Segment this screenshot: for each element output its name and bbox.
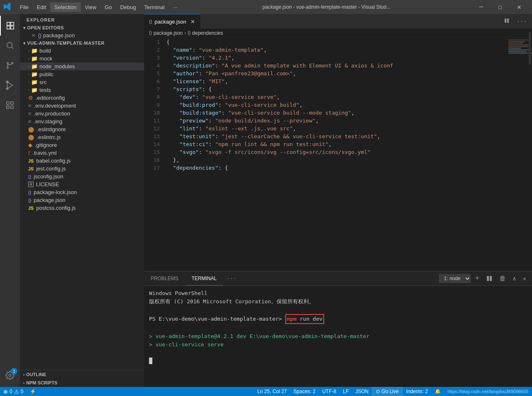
maximize-panel-button[interactable]: ∧ [510,274,518,283]
tab-terminal[interactable]: TERMINAL [185,271,224,286]
outline-section[interactable]: › OUTLINE [20,370,144,379]
folder-node-modules[interactable]: › 📁 node_modules [20,62,144,70]
file-env-production[interactable]: ≡ .env.production [20,110,144,118]
file-env-development[interactable]: ≡ .env.development [20,102,144,110]
line-num-2: 2 [144,46,160,54]
status-sync[interactable]: ⚡ [26,387,39,396]
kill-terminal-button[interactable]: 🗑 [497,274,508,283]
activity-bar: 1 [0,14,20,387]
folder-name: src [39,79,46,85]
line-num-16: 16 [144,156,160,164]
panel-more-button[interactable]: ··· [223,271,239,286]
folder-src[interactable]: › 📁 src [20,78,144,86]
breadcrumb-section[interactable]: dependencies [192,30,223,36]
file-eslintignore[interactable]: ⬤ .eslintignore [20,125,144,133]
menu-terminal[interactable]: Terminal [140,2,169,12]
status-encoding[interactable]: UTF-8 [319,387,339,396]
project-tree: ▾ VUE-ADMIN-TEMPLATE-MASTER › 📁 build › … [20,39,144,370]
menu-file[interactable]: File [16,2,33,12]
breadcrumb-file[interactable]: package.json [154,30,183,36]
terminal-line-2: 版权所有 (C) 2016 Microsoft Corporation。保留所有… [149,298,527,306]
code-line-9: "build:prod": "vue-cli-service build", [166,101,506,109]
folder-build[interactable]: › 📁 build [20,47,144,55]
menu-view[interactable]: View [81,2,101,12]
status-ln-col[interactable]: Ln 25, Col 27 [254,387,290,396]
terminal-selector[interactable]: 1: node [439,274,471,283]
folder-public[interactable]: › 📁 public [20,70,144,78]
file-name: .editorconfig [36,95,65,101]
status-eol[interactable]: LF [339,387,352,396]
file-package-lock[interactable]: {} package-lock.json [20,188,144,196]
warning-count: 0 [21,389,24,394]
project-header[interactable]: ▾ VUE-ADMIN-TEMPLATE-MASTER [20,39,144,47]
folder-name: tests [39,87,51,93]
status-spaces[interactable]: Spaces: 2 [290,387,319,396]
outline-label: OUTLINE [26,372,46,377]
activity-debug[interactable] [0,75,20,95]
open-editors-header[interactable]: ▾ OPEN EDITORS [20,24,144,31]
menu-edit[interactable]: Edit [33,2,50,12]
activity-search[interactable] [0,36,20,55]
file-name: LICENSE [36,181,59,187]
code-line-15: "svgo": "svgo -f src/icons/svg --config=… [166,148,506,156]
folder-tests[interactable]: › 📁 tests [20,86,144,94]
line-num-17: 17 [144,164,160,172]
file-babel-config[interactable]: JS babel.config.js [20,157,144,165]
file-env-staging[interactable]: ≡ .env.staging [20,118,144,125]
status-go-live[interactable]: ⊙ Go Live [372,387,403,396]
file-jsconfig[interactable]: {} jsconfig.json [20,173,144,180]
close-icon[interactable]: ✕ [31,33,36,38]
file-icon-js: JS [28,166,34,171]
file-editorconfig[interactable]: ⚙ .editorconfig [20,94,144,102]
outline-chevron: › [23,372,24,377]
tab-problems[interactable]: PROBLEMS [144,271,185,286]
project-chevron: ▾ [23,41,26,46]
titlebar-maximize[interactable]: ☐ [491,0,510,14]
file-jest-config[interactable]: JS jest.config.js [20,165,144,173]
activity-source-control[interactable] [0,55,20,75]
status-indents[interactable]: Indents: 2 [403,387,431,396]
add-terminal-button[interactable]: + [472,274,482,283]
sync-icon: ⚡ [30,389,36,394]
line-num-6: 6 [144,77,160,85]
open-editors-item-package-json[interactable]: ✕ {} package.json [20,31,144,39]
tab-package-json[interactable]: {} package.json ✕ [144,14,200,29]
code-line-4: "description": "A vue admin template wit… [166,62,506,70]
menu-selection[interactable]: Selection [50,2,80,12]
more-actions-button[interactable]: ··· [515,17,529,26]
breadcrumb-sep: › [184,30,186,36]
file-icon-person: 🄰 [28,181,34,187]
terminal-content[interactable]: Windows PowerShell 版权所有 (C) 2016 Microso… [144,286,532,387]
file-name: .eslintrc.js [37,134,61,140]
titlebar-minimize[interactable]: — [472,0,491,14]
activity-extensions[interactable] [0,95,20,115]
menu-go[interactable]: Go [101,2,116,12]
titlebar-close[interactable]: ✕ [510,0,529,14]
split-editor-button[interactable] [502,16,512,27]
panel: PROBLEMS TERMINAL ··· 1: node + 🗑 [144,271,532,387]
split-terminal-button[interactable] [484,274,495,283]
file-postcss[interactable]: JS postcss.config.js [20,204,144,212]
file-package-json[interactable]: {} package.json [20,196,144,204]
menu-more[interactable]: ··· [169,2,182,12]
file-name: package.json [43,32,75,38]
activity-settings[interactable]: 1 [0,365,20,385]
warning-icon: ⚠ [14,389,19,395]
code-content[interactable]: { "name": "vue-admin-template", "version… [165,38,507,271]
tab-close-icon[interactable]: ✕ [190,19,195,25]
code-line-7: "scripts": { [166,85,506,93]
close-panel-button[interactable]: ✕ [520,274,529,283]
status-bell[interactable]: 🔔 [431,387,444,396]
folder-mock[interactable]: › 📁 mock [20,55,144,62]
activity-explorer[interactable] [0,16,20,36]
file-travis[interactable]: ! .travis.yml [20,149,144,157]
status-errors[interactable]: ⊗ 0 ⚠ 0 [0,387,26,396]
file-icon-braces: {} [38,33,41,38]
file-eslintrc[interactable]: ⬤ .eslintrc.js [20,133,144,141]
file-gitignore[interactable]: ◆ .gitignore [20,141,144,149]
status-lang[interactable]: JSON [352,387,372,396]
menu-debug[interactable]: Debug [116,2,140,12]
npm-scripts-section[interactable]: › NPM SCRIPTS [20,379,144,387]
code-line-10: "build:stage": "vue-cli-service build --… [166,109,506,117]
file-license[interactable]: 🄰 LICENSE [20,180,144,188]
